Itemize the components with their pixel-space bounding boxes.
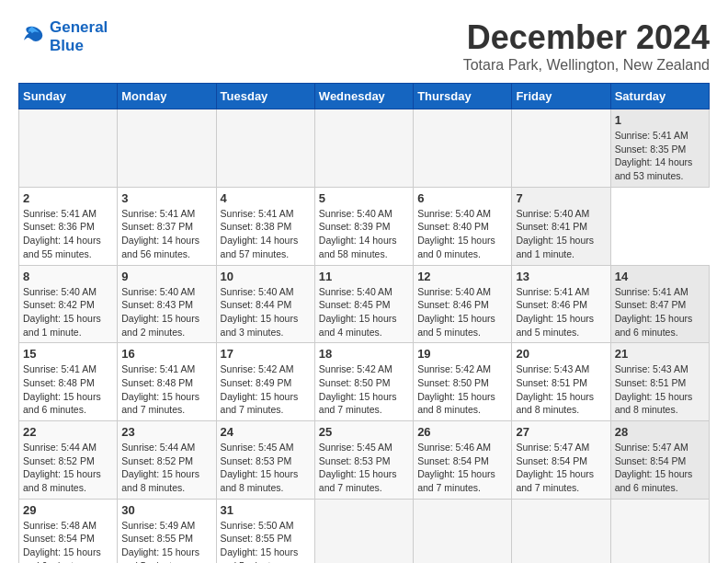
logo-text: General Blue xyxy=(50,18,108,56)
day-number: 18 xyxy=(319,347,409,361)
day-detail: Sunrise: 5:45 AMSunset: 8:53 PMDaylight:… xyxy=(221,441,311,495)
day-detail: Sunrise: 5:48 AMSunset: 8:54 PMDaylight:… xyxy=(23,519,113,563)
calendar-week-5: 22 Sunrise: 5:44 AMSunset: 8:52 PMDaylig… xyxy=(19,421,710,500)
col-header-friday: Friday xyxy=(512,84,610,109)
col-header-wednesday: Wednesday xyxy=(314,84,413,109)
day-detail: Sunrise: 5:44 AMSunset: 8:52 PMDaylight:… xyxy=(121,441,211,495)
day-cell-31: 31 Sunrise: 5:50 AMSunset: 8:55 PMDaylig… xyxy=(216,499,314,563)
empty-cell xyxy=(118,109,216,188)
calendar-table: SundayMondayTuesdayWednesdayThursdayFrid… xyxy=(18,83,710,563)
day-cell-11: 11 Sunrise: 5:40 AMSunset: 8:45 PMDaylig… xyxy=(314,265,413,343)
day-cell-15: 15 Sunrise: 5:41 AMSunset: 8:48 PMDaylig… xyxy=(19,343,118,421)
page-header: General Blue December 2024 Totara Park, … xyxy=(18,18,710,74)
day-number: 10 xyxy=(221,270,311,283)
day-cell-24: 24 Sunrise: 5:45 AMSunset: 8:53 PMDaylig… xyxy=(216,421,314,500)
day-number: 8 xyxy=(23,270,113,283)
day-cell-10: 10 Sunrise: 5:40 AMSunset: 8:44 PMDaylig… xyxy=(216,265,314,343)
day-number: 12 xyxy=(417,270,507,283)
calendar-week-4: 15 Sunrise: 5:41 AMSunset: 8:48 PMDaylig… xyxy=(19,343,710,421)
day-number: 7 xyxy=(516,191,606,205)
day-detail: Sunrise: 5:43 AMSunset: 8:51 PMDaylight:… xyxy=(615,362,705,417)
empty-cell xyxy=(314,109,413,188)
day-detail: Sunrise: 5:42 AMSunset: 8:49 PMDaylight:… xyxy=(221,362,311,417)
logo: General Blue xyxy=(18,18,108,56)
logo-icon xyxy=(18,23,46,51)
day-cell-4: 4 Sunrise: 5:41 AMSunset: 8:38 PMDayligh… xyxy=(216,187,314,265)
day-detail: Sunrise: 5:41 AMSunset: 8:35 PMDaylight:… xyxy=(615,129,705,183)
day-cell-29: 29 Sunrise: 5:48 AMSunset: 8:54 PMDaylig… xyxy=(19,499,118,563)
day-cell-8: 8 Sunrise: 5:40 AMSunset: 8:42 PMDayligh… xyxy=(19,265,118,343)
col-header-tuesday: Tuesday xyxy=(216,84,314,109)
col-header-saturday: Saturday xyxy=(610,84,709,109)
day-cell-2: 2 Sunrise: 5:41 AMSunset: 8:36 PMDayligh… xyxy=(19,187,118,265)
day-number: 19 xyxy=(417,347,507,361)
day-detail: Sunrise: 5:46 AMSunset: 8:54 PMDaylight:… xyxy=(417,441,507,495)
day-detail: Sunrise: 5:47 AMSunset: 8:54 PMDaylight:… xyxy=(615,441,705,495)
day-cell-25: 25 Sunrise: 5:45 AMSunset: 8:53 PMDaylig… xyxy=(314,421,413,500)
day-cell-7: 7 Sunrise: 5:40 AMSunset: 8:41 PMDayligh… xyxy=(512,187,610,265)
day-detail: Sunrise: 5:41 AMSunset: 8:38 PMDaylight:… xyxy=(221,207,311,261)
day-detail: Sunrise: 5:40 AMSunset: 8:44 PMDaylight:… xyxy=(221,285,311,339)
day-number: 3 xyxy=(121,191,211,205)
col-header-thursday: Thursday xyxy=(414,84,512,109)
day-number: 9 xyxy=(121,270,211,283)
day-number: 30 xyxy=(121,503,211,517)
day-number: 14 xyxy=(615,270,705,283)
day-detail: Sunrise: 5:40 AMSunset: 8:45 PMDaylight:… xyxy=(319,285,409,339)
day-number: 2 xyxy=(23,191,113,205)
calendar-week-2: 2 Sunrise: 5:41 AMSunset: 8:36 PMDayligh… xyxy=(19,187,710,265)
day-number: 1 xyxy=(615,113,705,127)
day-cell-17: 17 Sunrise: 5:42 AMSunset: 8:49 PMDaylig… xyxy=(216,343,314,421)
day-detail: Sunrise: 5:44 AMSunset: 8:52 PMDaylight:… xyxy=(23,441,113,495)
day-cell-19: 19 Sunrise: 5:42 AMSunset: 8:50 PMDaylig… xyxy=(414,343,512,421)
day-cell-5: 5 Sunrise: 5:40 AMSunset: 8:39 PMDayligh… xyxy=(314,187,413,265)
day-cell-22: 22 Sunrise: 5:44 AMSunset: 8:52 PMDaylig… xyxy=(19,421,118,500)
calendar-week-6: 29 Sunrise: 5:48 AMSunset: 8:54 PMDaylig… xyxy=(19,499,710,563)
day-number: 16 xyxy=(121,347,211,361)
empty-cell xyxy=(610,499,709,563)
day-number: 11 xyxy=(319,270,409,283)
day-cell-27: 27 Sunrise: 5:47 AMSunset: 8:54 PMDaylig… xyxy=(512,421,610,500)
day-detail: Sunrise: 5:41 AMSunset: 8:48 PMDaylight:… xyxy=(121,362,211,417)
day-detail: Sunrise: 5:40 AMSunset: 8:46 PMDaylight:… xyxy=(417,285,507,339)
day-cell-16: 16 Sunrise: 5:41 AMSunset: 8:48 PMDaylig… xyxy=(118,343,216,421)
empty-cell xyxy=(414,499,512,563)
empty-cell xyxy=(414,109,512,188)
day-cell-9: 9 Sunrise: 5:40 AMSunset: 8:43 PMDayligh… xyxy=(118,265,216,343)
day-number: 28 xyxy=(615,425,705,439)
day-number: 25 xyxy=(319,425,409,439)
day-detail: Sunrise: 5:43 AMSunset: 8:51 PMDaylight:… xyxy=(516,362,606,417)
empty-cell xyxy=(19,109,118,188)
day-cell-21: 21 Sunrise: 5:43 AMSunset: 8:51 PMDaylig… xyxy=(610,343,709,421)
day-number: 17 xyxy=(221,347,311,361)
day-cell-18: 18 Sunrise: 5:42 AMSunset: 8:50 PMDaylig… xyxy=(314,343,413,421)
day-detail: Sunrise: 5:42 AMSunset: 8:50 PMDaylight:… xyxy=(319,362,409,417)
empty-cell xyxy=(314,499,413,563)
calendar-week-3: 8 Sunrise: 5:40 AMSunset: 8:42 PMDayligh… xyxy=(19,265,710,343)
day-cell-12: 12 Sunrise: 5:40 AMSunset: 8:46 PMDaylig… xyxy=(414,265,512,343)
day-detail: Sunrise: 5:45 AMSunset: 8:53 PMDaylight:… xyxy=(319,441,409,495)
day-number: 24 xyxy=(221,425,311,439)
empty-cell xyxy=(216,109,314,188)
calendar-week-1: 1 Sunrise: 5:41 AMSunset: 8:35 PMDayligh… xyxy=(19,109,710,188)
day-number: 6 xyxy=(417,191,507,205)
title-block: December 2024 Totara Park, Wellington, N… xyxy=(463,18,710,74)
day-cell-13: 13 Sunrise: 5:41 AMSunset: 8:46 PMDaylig… xyxy=(512,265,610,343)
day-detail: Sunrise: 5:41 AMSunset: 8:47 PMDaylight:… xyxy=(615,285,705,339)
day-detail: Sunrise: 5:40 AMSunset: 8:40 PMDaylight:… xyxy=(417,207,507,261)
day-detail: Sunrise: 5:40 AMSunset: 8:43 PMDaylight:… xyxy=(121,285,211,339)
day-number: 27 xyxy=(516,425,606,439)
day-detail: Sunrise: 5:41 AMSunset: 8:48 PMDaylight:… xyxy=(23,362,113,417)
page-title: December 2024 xyxy=(463,18,710,57)
day-cell-14: 14 Sunrise: 5:41 AMSunset: 8:47 PMDaylig… xyxy=(610,265,709,343)
day-detail: Sunrise: 5:50 AMSunset: 8:55 PMDaylight:… xyxy=(221,519,311,563)
day-number: 22 xyxy=(23,425,113,439)
day-number: 23 xyxy=(121,425,211,439)
day-number: 20 xyxy=(516,347,606,361)
col-header-monday: Monday xyxy=(118,84,216,109)
empty-cell xyxy=(512,109,610,188)
day-cell-6: 6 Sunrise: 5:40 AMSunset: 8:40 PMDayligh… xyxy=(414,187,512,265)
day-detail: Sunrise: 5:40 AMSunset: 8:42 PMDaylight:… xyxy=(23,285,113,339)
day-number: 31 xyxy=(221,503,311,517)
day-detail: Sunrise: 5:41 AMSunset: 8:37 PMDaylight:… xyxy=(121,207,211,261)
